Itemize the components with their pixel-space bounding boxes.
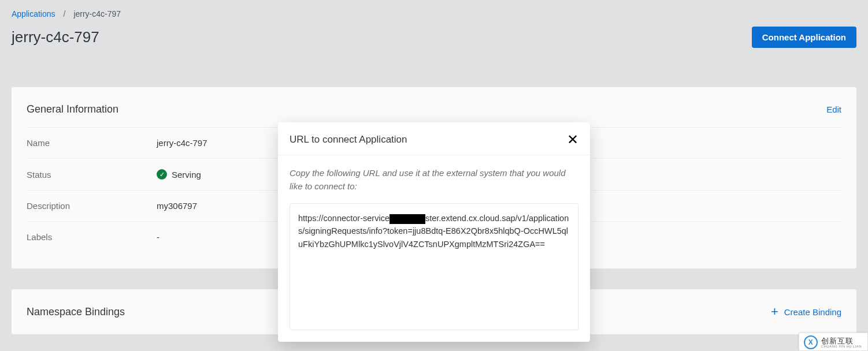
page-title: jerry-c4c-797: [12, 28, 99, 46]
create-binding-button[interactable]: + Create Binding: [771, 305, 841, 318]
modal-title: URL to connect Application: [290, 134, 407, 145]
name-label: Name: [27, 138, 157, 148]
url-part1: https://connector-service: [298, 214, 390, 223]
connect-application-button[interactable]: Connect Application: [752, 27, 856, 48]
connect-url-modal: URL to connect Application ✕ Copy the fo…: [278, 122, 590, 342]
description-label: Description: [27, 201, 157, 211]
status-value: Serving: [172, 170, 201, 180]
redacted-segment: [390, 214, 425, 224]
watermark: X 创新互联 CHUANG XIN HU LIAN: [799, 333, 868, 351]
breadcrumb-root[interactable]: Applications: [12, 9, 55, 18]
modal-description: Copy the following URL and use it at the…: [290, 167, 578, 193]
edit-link[interactable]: Edit: [826, 104, 841, 114]
general-information-title: General Information: [27, 103, 118, 115]
breadcrumb-separator: /: [64, 9, 66, 18]
watermark-logo-icon: X: [804, 335, 818, 349]
status-serving-icon: ✓: [157, 169, 167, 180]
name-value: jerry-c4c-797: [157, 138, 207, 148]
connection-url-box[interactable]: https://connector-servicester.extend.cx.…: [290, 203, 578, 330]
create-binding-label: Create Binding: [784, 307, 841, 317]
watermark-py: CHUANG XIN HU LIAN: [821, 345, 862, 348]
namespace-bindings-title: Namespace Bindings: [27, 306, 125, 318]
breadcrumb-current: jerry-c4c-797: [73, 9, 121, 18]
labels-label: Labels: [27, 232, 157, 242]
watermark-cn: 创新互联: [821, 337, 862, 345]
description-value: my306797: [157, 201, 197, 211]
labels-value: -: [157, 232, 159, 242]
close-icon[interactable]: ✕: [567, 133, 578, 147]
breadcrumb: Applications / jerry-c4c-797: [12, 9, 856, 18]
status-label: Status: [27, 170, 157, 180]
plus-icon: +: [771, 305, 778, 318]
